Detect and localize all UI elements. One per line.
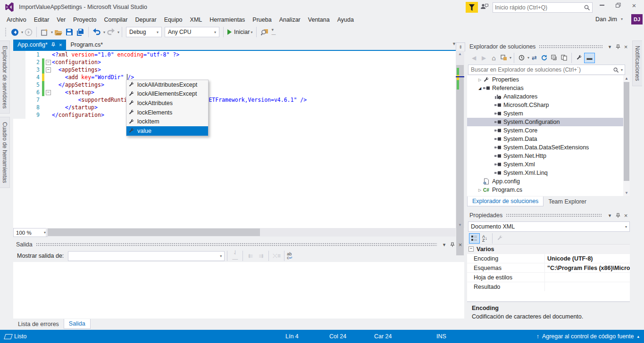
quick-launch-box[interactable] — [493, 2, 593, 13]
pin-icon[interactable] — [448, 242, 456, 247]
property-row-encoding[interactable]: EncodingUnicode (UTF-8) — [467, 253, 630, 263]
property-category-row[interactable]: − Varios — [467, 245, 630, 253]
previous-message-icon[interactable]: ⇇ — [245, 253, 256, 259]
breakpoint-margin[interactable] — [13, 58, 25, 66]
toolbar-grip[interactable] — [5, 27, 7, 37]
editor-horizontal-scrollbar[interactable] — [46, 228, 456, 237]
save-icon[interactable] — [64, 26, 75, 38]
pin-icon[interactable] — [614, 213, 622, 218]
menu-equipo[interactable]: Equipo — [160, 15, 186, 24]
editor-split-handle[interactable]: ⇕ — [456, 42, 465, 51]
pin-icon[interactable] — [51, 42, 56, 48]
chevron-down-icon[interactable]: ▾ — [621, 17, 623, 21]
breakpoint-margin[interactable] — [13, 74, 25, 81]
find-message-icon[interactable]: ⇃— — [230, 249, 240, 262]
menu-xml[interactable]: XML — [186, 15, 206, 24]
tree-item-system-data[interactable]: System.Data — [467, 135, 630, 143]
menu-ayuda[interactable]: Ayuda — [334, 15, 358, 24]
tree-item-system-core[interactable]: System.Core — [467, 126, 630, 135]
code-line-4[interactable]: 4 <add key="WordDir" /> — [13, 74, 456, 81]
breakpoint-margin[interactable] — [13, 66, 25, 74]
find-in-files-icon[interactable] — [259, 26, 270, 38]
completion-item-lockitem[interactable]: lockItem — [126, 117, 208, 126]
clear-all-icon[interactable]: ⤬≡ — [271, 253, 282, 259]
window-position-dropdown-icon[interactable]: ▾ — [606, 44, 614, 50]
menu-analizar[interactable]: Analizar — [276, 15, 304, 24]
server-explorer-side-tab[interactable]: Explorador de servidores — [0, 41, 10, 114]
breakpoint-margin[interactable] — [13, 111, 25, 119]
collapsed-arrow-icon[interactable]: ▷ — [477, 78, 483, 82]
panel-tab-team-explorer[interactable]: Team Explorer — [544, 197, 591, 206]
panel-tab-explorador-de-soluciones[interactable]: Explorador de soluciones — [467, 196, 544, 206]
home-icon[interactable]: ⌂ — [489, 53, 499, 63]
completion-item-lockelements[interactable]: lockElements — [126, 108, 208, 117]
solution-search-box[interactable]: ▾ — [468, 65, 625, 75]
menu-herramientas[interactable]: Herramientas — [206, 15, 249, 24]
search-icon[interactable] — [584, 4, 590, 11]
preview-selected-items-icon[interactable]: ▬ — [584, 53, 595, 63]
code-line-9[interactable]: 9</configuration> — [13, 111, 456, 119]
save-all-icon[interactable] — [75, 26, 86, 38]
tree-item-app-config[interactable]: App.config — [467, 177, 630, 186]
menu-ventana[interactable]: Ventana — [304, 15, 334, 24]
switch-views-icon[interactable] — [499, 53, 509, 63]
word-wrap-icon[interactable]: abc↵ — [287, 252, 293, 260]
property-value[interactable]: Unicode (UTF-8) — [545, 254, 630, 263]
code-line-7[interactable]: 7 <supportedRuntime version="v4.0" sku="… — [13, 96, 456, 104]
solution-platform-combo[interactable]: Any CPU ▾ — [165, 27, 219, 37]
close-icon[interactable]: × — [622, 43, 630, 50]
property-pages-wrench-icon[interactable] — [495, 234, 505, 243]
breakpoint-margin[interactable] — [13, 96, 25, 104]
completion-item-lockattributes[interactable]: lockAttributes — [126, 98, 208, 108]
notifications-side-tab[interactable]: Notificaciones — [632, 41, 642, 86]
properties-wrench-icon[interactable] — [574, 53, 584, 63]
tree-item-system-net-http[interactable]: System.Net.Http — [467, 152, 630, 160]
code-editor[interactable]: 1<?xml version="1.0" encoding="utf-8" ?>… — [13, 51, 456, 228]
user-name[interactable]: Dan Jim — [595, 16, 617, 23]
editor-vertical-scrollbar[interactable]: ▲ ▼ — [456, 51, 464, 228]
breakpoint-margin[interactable] — [13, 104, 25, 111]
window-position-dropdown-icon[interactable]: ▾ — [440, 242, 448, 248]
toolbar-overflow[interactable]: ▾— — [271, 27, 276, 37]
start-debug-button[interactable]: Iniciar ▾ — [226, 26, 254, 38]
output-content[interactable] — [13, 262, 464, 318]
properties-panel-header[interactable]: Propiedades ▾ × — [467, 210, 630, 220]
panel-tab-lista-de-errores[interactable]: Lista de errores — [13, 319, 64, 329]
menu-compilar[interactable]: Compilar — [100, 15, 131, 24]
solution-explorer-header[interactable]: Explorador de soluciones ▾ × — [467, 41, 630, 52]
expanded-arrow-icon[interactable]: ◢ — [477, 86, 483, 90]
output-panel-header[interactable]: Salida ▾ × — [13, 239, 464, 250]
undo-icon[interactable] — [91, 26, 102, 38]
tree-item-referencias[interactable]: ◢Referencias — [467, 84, 630, 92]
collapse-glyph-icon[interactable]: − — [46, 60, 51, 65]
collapsed-arrow-icon[interactable]: ▷ — [477, 188, 483, 192]
send-feedback-icon[interactable] — [480, 3, 489, 12]
tree-item-system[interactable]: System — [467, 109, 630, 118]
code-line-3[interactable]: 3− <appSettings> — [13, 66, 456, 74]
completion-item-lockallattributesexcept[interactable]: lockAllAttributesExcept — [126, 80, 208, 90]
quick-launch-input[interactable] — [493, 4, 584, 11]
collapse-all-icon[interactable] — [549, 53, 559, 63]
property-row-resultado[interactable]: Resultado — [467, 282, 630, 291]
categorized-view-icon[interactable] — [469, 233, 480, 244]
scrollbar-thumb[interactable] — [624, 82, 629, 181]
breakpoint-margin[interactable] — [13, 51, 25, 58]
menu-proyecto[interactable]: Proyecto — [69, 15, 100, 24]
code-line-5[interactable]: 5 </appSettings> — [13, 81, 456, 89]
code-line-6[interactable]: 6− <startup> — [13, 89, 456, 96]
code-line-8[interactable]: 8 </startup> — [13, 104, 456, 111]
tree-scrollbar[interactable]: ▲ ▼ — [623, 75, 630, 196]
completion-item-value[interactable]: value — [126, 126, 208, 136]
show-all-files-icon[interactable] — [559, 53, 569, 63]
scroll-up-icon[interactable]: ▲ — [456, 51, 464, 57]
close-button[interactable]: × — [627, 0, 641, 10]
tree-item-analizadores[interactable]: iAnalizadores — [467, 92, 630, 101]
open-file-icon[interactable] — [53, 26, 64, 38]
code-line-2[interactable]: 2−<configuration> — [13, 58, 456, 66]
breakpoint-margin[interactable] — [13, 81, 25, 89]
menu-ver[interactable]: Ver — [53, 15, 69, 24]
property-row-hoja-de-estilos[interactable]: Hoja de estilos — [467, 272, 630, 282]
new-project-icon[interactable] — [39, 26, 50, 38]
close-icon[interactable]: × — [59, 42, 62, 47]
navigate-forward-icon[interactable] — [23, 26, 34, 38]
